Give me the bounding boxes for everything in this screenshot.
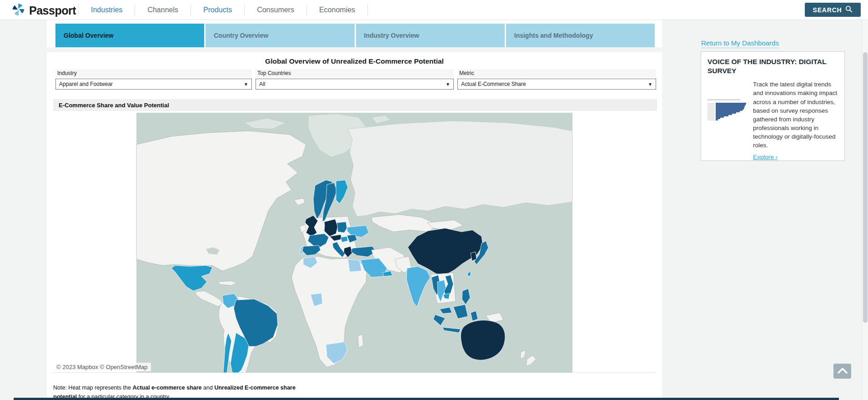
bar-chart-thumbnail	[707, 99, 748, 127]
filter-metric: Metric Actual E-Commerce Share ▼	[457, 69, 656, 90]
world-heatmap[interactable]: © 2023 Mapbox © OpenStreetMap	[53, 113, 657, 373]
search-button[interactable]: SEARCH	[805, 3, 861, 17]
promo-title: VOICE OF THE INDUSTRY: DIGITAL SURVEY	[707, 57, 838, 75]
passport-logo[interactable]: Passport	[12, 3, 76, 18]
nav-item-products[interactable]: Products	[191, 4, 244, 16]
country-egypt[interactable]	[348, 259, 361, 272]
return-to-dashboards-link[interactable]: Return to My Dashboards	[701, 39, 779, 48]
nav-item-industries[interactable]: Industries	[78, 4, 135, 16]
page-scrollbar[interactable]	[862, 0, 868, 400]
section-title: E-Commerce Share and Value Potential	[53, 102, 169, 109]
thumbnail-title-line	[707, 99, 740, 100]
passport-pinwheel-icon	[12, 3, 25, 18]
promo-chart-bars	[707, 103, 748, 120]
metric-select[interactable]: Actual E-Commerce Share ▼	[457, 79, 656, 90]
map-attribution[interactable]: © 2023 Mapbox © OpenStreetMap	[53, 363, 151, 371]
tab-insights-methodology[interactable]: Insights and Methodology	[506, 24, 655, 47]
nav-item-channels[interactable]: Channels	[135, 4, 191, 16]
main-nav: Industries Channels Products Consumers E…	[78, 0, 368, 20]
chevron-up-icon	[838, 367, 848, 375]
scroll-to-top-button[interactable]	[833, 364, 851, 379]
country-russia[interactable]	[348, 121, 572, 216]
tab-global-overview[interactable]: Global Overview	[55, 24, 204, 47]
metric-filter-label: Metric	[457, 69, 656, 78]
dashboard-tabs: Global Overview Country Overview Industr…	[55, 24, 655, 47]
nav-item-consumers[interactable]: Consumers	[244, 4, 306, 16]
scrollbar-thumb[interactable]	[863, 52, 868, 323]
footer-bar	[14, 398, 839, 400]
top-navbar: Passport Industries Channels Products Co…	[0, 0, 868, 20]
search-icon	[845, 5, 853, 14]
industry-select-value: Apparel and Footwear	[59, 81, 113, 87]
top-countries-select[interactable]: All ▼	[256, 79, 454, 90]
voice-of-industry-card: VOICE OF THE INDUSTRY: DIGITAL SURVEY Tr…	[701, 51, 845, 161]
world-map-svg	[53, 113, 657, 373]
nav-item-economies[interactable]: Economies	[306, 4, 368, 16]
industry-select[interactable]: Apparel and Footwear ▼	[55, 79, 252, 90]
explore-link[interactable]: Explore ›	[753, 154, 778, 160]
search-button-label: SEARCH	[813, 6, 842, 14]
tab-industry-overview[interactable]: Industry Overview	[356, 24, 505, 47]
filter-top-countries: Top Countries All ▼	[256, 69, 454, 90]
top-countries-filter-label: Top Countries	[256, 69, 454, 78]
top-countries-select-value: All	[259, 81, 265, 87]
chevron-down-icon: ▼	[446, 82, 450, 87]
country-madagascar[interactable]	[358, 334, 363, 348]
filter-industry: Industry Apparel and Footwear ▼	[55, 69, 252, 90]
tab-country-overview[interactable]: Country Overview	[206, 24, 354, 47]
brand-name: Passport	[29, 4, 76, 17]
industry-filter-label: Industry	[55, 69, 252, 78]
dashboard-card: Global Overview of Unrealized E-Commerce…	[47, 52, 662, 400]
chevron-down-icon: ▼	[648, 82, 652, 87]
page-title: Global Overview of Unrealized E-Commerce…	[47, 57, 662, 65]
section-header: E-Commerce Share and Value Potential	[53, 99, 657, 111]
chevron-down-icon: ▼	[244, 82, 248, 87]
promo-body-text: Track the latest digital trends and inno…	[753, 80, 838, 150]
metric-select-value: Actual E-Commerce Share	[461, 81, 526, 87]
